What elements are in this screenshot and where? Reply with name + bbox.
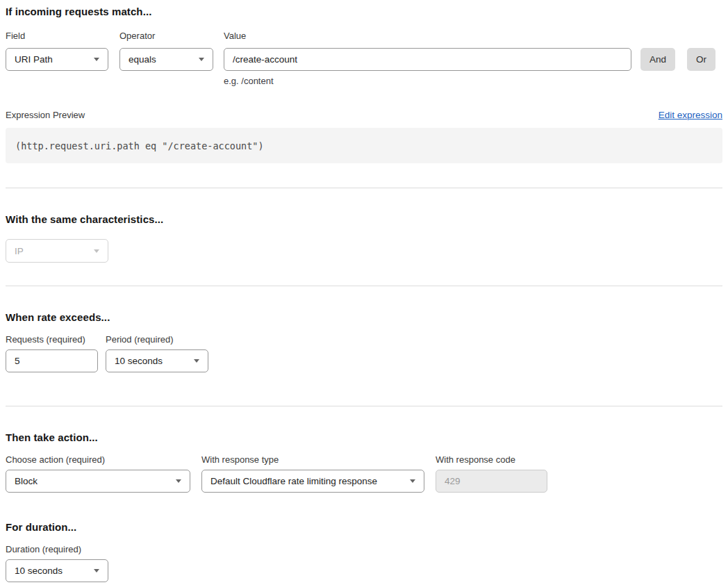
period-select[interactable]: 10 seconds — [106, 349, 208, 372]
section-heading-match: If incoming requests match... — [6, 6, 722, 17]
choose-action-label: Choose action (required) — [6, 454, 190, 465]
section-heading-action: Then take action... — [6, 432, 722, 443]
expression-preview-header: Expression Preview Edit expression — [6, 110, 722, 121]
response-type-label: With response type — [201, 454, 424, 465]
rate-fields-row: Requests (required) Period (required) 10… — [6, 334, 722, 372]
duration-select-value: 10 seconds — [15, 566, 63, 576]
period-label: Period (required) — [106, 334, 208, 345]
response-type-select-value: Default Cloudflare rate limiting respons… — [210, 476, 377, 486]
requests-input[interactable] — [6, 349, 98, 372]
action-fields-row: Choose action (required) Block With resp… — [6, 454, 722, 493]
chevron-down-icon — [94, 569, 99, 572]
value-label: Value — [224, 31, 631, 42]
response-type-select[interactable]: Default Cloudflare rate limiting respons… — [201, 470, 424, 493]
chevron-down-icon — [199, 58, 204, 61]
duration-fields-row: Duration (required) 10 seconds — [6, 544, 722, 582]
section-divider — [6, 188, 722, 188]
rate-limiting-rule-form: If incoming requests match... Field URI … — [0, 0, 728, 585]
expression-preview-label: Expression Preview — [6, 110, 85, 121]
section-heading-duration: For duration... — [6, 522, 722, 533]
edit-expression-link[interactable]: Edit expression — [659, 110, 722, 120]
response-code-input — [436, 470, 547, 493]
expression-preview-code: (http.request.uri.path eq "/create-accou… — [6, 128, 722, 163]
and-button[interactable]: And — [640, 48, 675, 71]
requests-label: Requests (required) — [6, 334, 98, 345]
period-select-value: 10 seconds — [115, 356, 163, 366]
duration-select[interactable]: 10 seconds — [6, 559, 108, 582]
response-code-label: With response code — [436, 454, 547, 465]
chevron-down-icon — [176, 479, 181, 483]
chevron-down-icon — [410, 479, 415, 483]
or-button[interactable]: Or — [687, 48, 715, 71]
field-select[interactable]: URI Path — [6, 48, 108, 71]
section-heading-characteristics: With the same characteristics... — [6, 214, 722, 225]
section-heading-rate: When rate exceeds... — [6, 312, 722, 323]
operator-select[interactable]: equals — [119, 48, 213, 71]
section-divider — [6, 406, 722, 406]
chevron-down-icon — [94, 58, 99, 61]
duration-label: Duration (required) — [6, 544, 108, 555]
value-input[interactable] — [224, 48, 631, 71]
choose-action-select[interactable]: Block — [6, 470, 190, 493]
field-label: Field — [6, 31, 108, 42]
chevron-down-icon — [94, 249, 99, 253]
operator-label: Operator — [119, 31, 213, 42]
field-select-value: URI Path — [15, 54, 53, 65]
section-divider — [6, 286, 722, 286]
characteristic-select-value: IP — [15, 246, 24, 256]
operator-select-value: equals — [129, 54, 156, 65]
match-fields-row: Field URI Path Operator equals Value e.g… — [6, 31, 722, 86]
characteristic-select[interactable]: IP — [6, 239, 108, 263]
chevron-down-icon — [194, 359, 199, 363]
choose-action-select-value: Block — [15, 476, 38, 486]
value-hint: e.g. /content — [224, 76, 631, 86]
